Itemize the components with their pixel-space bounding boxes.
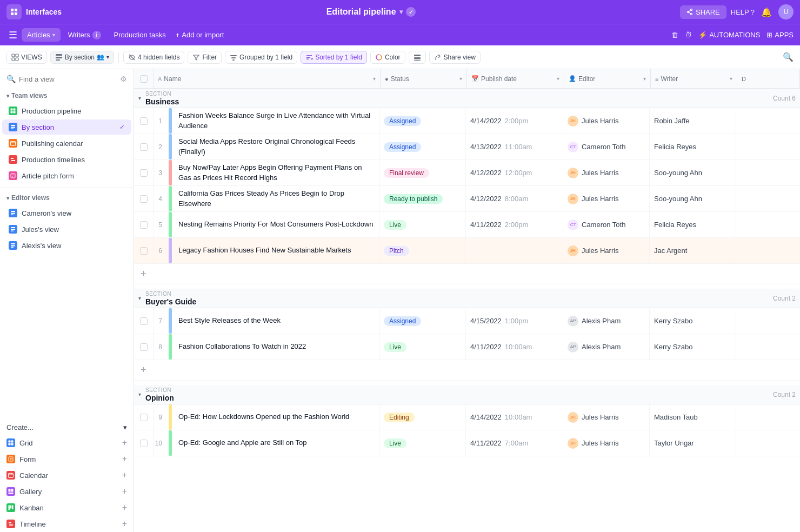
status-col-sort[interactable]: ▾ bbox=[459, 76, 462, 82]
delete-button[interactable]: 🗑 bbox=[671, 31, 678, 39]
td-status[interactable]: Live bbox=[379, 334, 466, 360]
notifications-button[interactable]: 🔔 bbox=[759, 5, 774, 19]
hidden-fields-button[interactable]: 4 hidden fields bbox=[123, 51, 184, 64]
td-name[interactable]: Best Style Releases of the Week bbox=[174, 308, 379, 334]
create-gallery-item[interactable]: Gallery + bbox=[0, 483, 134, 500]
automations-button[interactable]: ⚡ AUTOMATIONS bbox=[698, 31, 760, 39]
search-button[interactable]: 🔍 bbox=[783, 52, 794, 62]
group-by-button[interactable]: Grouped by 1 field bbox=[225, 51, 297, 64]
td-status[interactable]: Final review bbox=[379, 160, 466, 185]
td-name[interactable]: Fashion Collaborations To Watch in 2022 bbox=[174, 334, 379, 360]
settings-icon[interactable]: ⚙ bbox=[120, 75, 127, 83]
create-calendar-item[interactable]: Calendar + bbox=[0, 467, 134, 483]
nav-tab-writers[interactable]: Writers i bbox=[63, 28, 106, 42]
create-kanban-item[interactable]: Kanban + bbox=[0, 500, 134, 516]
name-col-sort[interactable]: ▾ bbox=[373, 76, 376, 82]
by-section-button[interactable]: By section 👥 ▾ bbox=[50, 51, 114, 64]
td-status[interactable]: Ready to publish bbox=[379, 186, 466, 211]
row-checkbox[interactable] bbox=[140, 440, 148, 447]
help-button[interactable]: HELP ? bbox=[731, 8, 755, 16]
editor-views-header[interactable]: ▾ Editor views bbox=[0, 191, 134, 205]
td-name[interactable]: Legacy Fashion Houses Find New Sustainab… bbox=[174, 238, 379, 263]
th-publish-date[interactable]: 📅 Publish date ▾ bbox=[467, 69, 564, 88]
row-height-button[interactable] bbox=[409, 51, 426, 64]
table-row[interactable]: 6 Legacy Fashion Houses Find New Sustain… bbox=[134, 238, 800, 264]
td-status[interactable]: Editing bbox=[379, 404, 466, 430]
td-name[interactable]: California Gas Prices Steady As Prices B… bbox=[174, 186, 379, 211]
sidebar-item-production-timelines[interactable]: Production timelines bbox=[2, 152, 131, 167]
table-row[interactable]: 9 Op-Ed: How Lockdowns Opened up the Fas… bbox=[134, 404, 800, 430]
nav-tab-production[interactable]: Production tasks bbox=[109, 28, 171, 42]
row-checkbox[interactable] bbox=[140, 143, 148, 151]
table-row[interactable]: 4 California Gas Prices Steady As Prices… bbox=[134, 186, 800, 212]
add-row-business[interactable]: + bbox=[134, 264, 800, 284]
td-checkbox[interactable] bbox=[134, 160, 154, 185]
views-button[interactable]: VIEWS bbox=[6, 51, 47, 64]
apps-button[interactable]: ⊞ APPS bbox=[766, 31, 794, 39]
th-status[interactable]: ● Status ▾ bbox=[381, 69, 467, 88]
sidebar-item-production-pipeline[interactable]: Production pipeline bbox=[2, 103, 131, 118]
th-writer[interactable]: ≡ Writer ▾ bbox=[651, 69, 737, 88]
td-checkbox[interactable] bbox=[134, 186, 154, 211]
add-row-buyers[interactable]: + bbox=[134, 360, 800, 381]
create-section-header[interactable]: Create... ▾ bbox=[0, 420, 134, 435]
filter-button[interactable]: Filter bbox=[188, 51, 222, 64]
row-checkbox[interactable] bbox=[140, 117, 148, 125]
row-checkbox[interactable] bbox=[140, 317, 148, 325]
row-checkbox[interactable] bbox=[140, 343, 148, 351]
td-name[interactable]: Op-Ed: Google and Apple are Still on Top bbox=[174, 430, 379, 456]
th-checkbox[interactable] bbox=[134, 69, 154, 88]
hamburger-menu[interactable]: ☰ bbox=[6, 27, 19, 43]
section-opinion-collapse[interactable]: ▾ bbox=[138, 391, 141, 397]
sidebar-item-publishing-calendar[interactable]: Publishing calendar bbox=[2, 136, 131, 151]
td-name[interactable]: Op-Ed: How Lockdowns Opened up the Fashi… bbox=[174, 404, 379, 430]
table-row[interactable]: 2 Social Media Apps Restore Original Chr… bbox=[134, 134, 800, 160]
create-timeline-item[interactable]: Timeline + bbox=[0, 516, 134, 532]
sidebar-item-jules-view[interactable]: Jules's view bbox=[2, 222, 131, 237]
th-name[interactable]: A Name ▾ bbox=[154, 69, 381, 88]
section-business-collapse[interactable]: ▾ bbox=[138, 95, 141, 101]
team-views-header[interactable]: ▾ Team views bbox=[0, 89, 134, 103]
share-view-button[interactable]: Share view bbox=[429, 51, 481, 64]
header-checkbox[interactable] bbox=[140, 75, 148, 83]
add-or-import-button[interactable]: + Add or import bbox=[176, 31, 224, 39]
sidebar-item-alexis-view[interactable]: Alexis's view bbox=[2, 238, 131, 253]
td-status[interactable]: Live bbox=[379, 430, 466, 456]
table-row[interactable]: 1 Fashion Weeks Balance Surge in Live At… bbox=[134, 108, 800, 134]
td-checkbox[interactable] bbox=[134, 108, 154, 134]
td-status[interactable]: Assigned bbox=[379, 308, 466, 334]
sort-by-button[interactable]: Sorted by 1 field bbox=[301, 51, 367, 64]
row-checkbox[interactable] bbox=[140, 195, 148, 203]
create-form-item[interactable]: Form + bbox=[0, 451, 134, 467]
td-name[interactable]: Fashion Weeks Balance Surge in Live Atte… bbox=[174, 108, 379, 134]
table-row[interactable]: 8 Fashion Collaborations To Watch in 202… bbox=[134, 334, 800, 360]
td-status[interactable]: Live bbox=[379, 212, 466, 237]
row-checkbox[interactable] bbox=[140, 414, 148, 421]
row-checkbox[interactable] bbox=[140, 247, 148, 255]
share-button[interactable]: SHARE bbox=[680, 5, 726, 19]
th-editor[interactable]: 👤 Editor ▾ bbox=[564, 69, 651, 88]
td-checkbox[interactable] bbox=[134, 212, 154, 237]
td-status[interactable]: Pitch bbox=[379, 238, 466, 263]
find-view-input[interactable] bbox=[19, 75, 117, 83]
sidebar-item-article-pitch-form[interactable]: Article pitch form bbox=[2, 168, 131, 183]
td-checkbox[interactable] bbox=[134, 404, 154, 430]
sidebar-item-by-section[interactable]: By section ✓ bbox=[2, 119, 131, 135]
section-buyers-guide-collapse[interactable]: ▾ bbox=[138, 295, 141, 301]
table-row[interactable]: 5 Nesting Remains Priority For Most Cons… bbox=[134, 212, 800, 238]
row-checkbox[interactable] bbox=[140, 221, 148, 229]
td-checkbox[interactable] bbox=[134, 308, 154, 334]
editor-col-sort[interactable]: ▾ bbox=[643, 76, 646, 82]
table-row[interactable]: 3 Buy Now/Pay Later Apps Begin Offering … bbox=[134, 160, 800, 186]
td-status[interactable]: Assigned bbox=[379, 134, 466, 159]
color-button[interactable]: Color bbox=[370, 51, 405, 64]
td-checkbox[interactable] bbox=[134, 134, 154, 159]
sidebar-item-camerons-view[interactable]: Cameron's view bbox=[2, 205, 131, 221]
table-row[interactable]: 7 Best Style Releases of the Week Assign… bbox=[134, 308, 800, 334]
create-grid-item[interactable]: Grid + bbox=[0, 435, 134, 451]
nav-tab-articles[interactable]: Articles ▾ bbox=[22, 28, 61, 42]
td-name[interactable]: Social Media Apps Restore Original Chron… bbox=[174, 134, 379, 159]
td-status[interactable]: Assigned bbox=[379, 108, 466, 134]
td-name[interactable]: Buy Now/Pay Later Apps Begin Offering Pa… bbox=[174, 160, 379, 185]
td-checkbox[interactable] bbox=[134, 238, 154, 263]
